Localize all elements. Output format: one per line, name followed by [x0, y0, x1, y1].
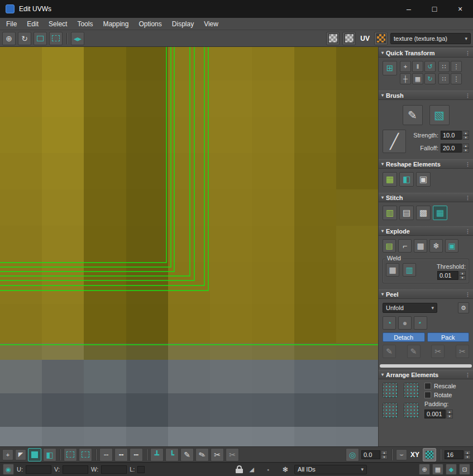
angle-input[interactable] — [361, 450, 380, 459]
paint-move-brush-button[interactable]: ✎ — [403, 105, 423, 125]
menu-display[interactable]: Display — [167, 18, 199, 30]
spin-up-icon[interactable]: ▴ — [462, 131, 469, 135]
spin-down-icon[interactable]: ▾ — [381, 455, 388, 459]
relax-button[interactable]: ▣ — [416, 172, 431, 187]
spin-up-icon[interactable]: ▴ — [462, 144, 469, 148]
menu-tools[interactable]: Tools — [72, 18, 98, 30]
align-to-edge-button[interactable]: ┻ — [150, 448, 164, 461]
uv-canvas[interactable] — [0, 47, 378, 446]
rollout-header-brush[interactable]: ▾ Brush ⋮ — [379, 91, 473, 100]
strength-input[interactable] — [441, 131, 462, 140]
distribute-horizontal-button[interactable]: ∷ — [438, 73, 450, 84]
edge-ring-button[interactable]: ╍ — [114, 448, 128, 461]
select-cursor-button[interactable]: ◤ — [15, 449, 26, 460]
pack-custom-button[interactable] — [404, 403, 419, 418]
rollout-header-stitch[interactable]: ▾ Stitch ⋮ — [379, 193, 473, 202]
rescale-elements-button[interactable] — [383, 403, 398, 418]
split-edge-button[interactable]: ✂ — [226, 448, 239, 461]
pan-view-button[interactable]: ⊕ — [419, 464, 430, 475]
maximize-button[interactable]: □ — [422, 0, 447, 18]
flatten-smoothing-button[interactable]: ▤ — [383, 239, 396, 253]
rollout-header-arrange[interactable]: ▾ Arrange Elements ⋮ — [379, 370, 473, 379]
face-sel-to-pelt-button[interactable]: ✂ — [456, 345, 469, 358]
snap-toggle-button[interactable]: ◆ — [446, 464, 457, 475]
flatten-custom-button[interactable]: ▣ — [445, 239, 458, 253]
typein-mode-button[interactable]: ◉ — [3, 464, 14, 475]
peel-options-button[interactable]: ⚙ — [458, 302, 469, 313]
spin-down-icon[interactable]: ▾ — [462, 135, 469, 140]
uv-channel-label[interactable]: UV — [359, 35, 371, 42]
relax-until-flat-button[interactable]: ◧ — [399, 172, 414, 187]
falloff-type-button[interactable]: ⌣ — [396, 449, 407, 460]
polygon-mode-button[interactable] — [28, 448, 41, 461]
reset-peel-button[interactable]: ● — [398, 316, 412, 330]
rotate-checkbox[interactable] — [424, 392, 431, 398]
spin-down-icon[interactable]: ▾ — [462, 148, 469, 153]
rotate-cw-button[interactable]: ↻ — [424, 73, 436, 84]
falloff-input[interactable] — [441, 144, 462, 153]
pack-together-button[interactable] — [404, 383, 419, 398]
menu-mapping[interactable]: Mapping — [98, 18, 133, 30]
close-button[interactable]: × — [447, 0, 473, 18]
grid-size-input[interactable] — [445, 450, 464, 459]
target-weld-button[interactable]: ▦ — [386, 263, 399, 277]
stitch-source-button[interactable]: ▩ — [416, 206, 431, 220]
straighten-selection-button[interactable]: ▦ — [383, 172, 397, 187]
detach-button[interactable]: Detach — [383, 332, 425, 342]
freeform-mode-button[interactable] — [49, 32, 63, 45]
quick-peel-button[interactable]: ◔ — [383, 316, 396, 330]
relax-brush-button[interactable]: ▧ — [429, 105, 450, 125]
threshold-input[interactable] — [437, 271, 458, 280]
show-map-button[interactable] — [342, 32, 356, 45]
align-vertical-button[interactable]: ‖ — [412, 61, 423, 72]
rollout-header-quick-transform[interactable]: ▾ Quick Transform ⋮ — [379, 48, 473, 58]
material-id-dropdown[interactable]: All IDs ▾ — [294, 465, 367, 474]
point-to-point-seam-button[interactable]: ✎ — [407, 345, 421, 358]
u-input[interactable] — [26, 465, 51, 474]
spin-up-icon[interactable]: ▴ — [381, 450, 388, 455]
spin-up-icon[interactable]: ▴ — [446, 410, 453, 414]
space-horizontal-button[interactable]: ∷ — [438, 61, 450, 72]
rollout-scrollbar[interactable] — [380, 364, 472, 368]
move-tool-button[interactable]: ⊕ — [2, 32, 16, 45]
grid-toggle-button[interactable]: ▦ — [432, 464, 443, 475]
align-to-corner-button[interactable]: ┗ — [165, 448, 179, 461]
pack-normalize-button[interactable] — [383, 383, 398, 398]
weld-selected-button[interactable]: ▥ — [403, 263, 416, 277]
stitch-average-button[interactable]: ▤ — [399, 206, 414, 220]
expand-selection-button[interactable] — [64, 448, 77, 461]
grid-plane-button[interactable] — [423, 448, 436, 461]
fill-mode-icon[interactable]: ◢ — [249, 466, 254, 473]
menu-view[interactable]: View — [199, 18, 223, 30]
menu-file[interactable]: File — [1, 18, 22, 30]
rollout-header-reshape[interactable]: ▾ Reshape Elements ⋮ — [379, 159, 473, 169]
paint-select-button[interactable]: ✎ — [180, 448, 194, 461]
v-input[interactable] — [63, 465, 88, 474]
edge-sel-to-seams-button[interactable]: ✂ — [431, 345, 445, 358]
menu-edit[interactable]: Edit — [22, 18, 44, 30]
checker-pattern-button[interactable] — [374, 32, 388, 45]
rollout-header-explode[interactable]: ▾ Explode ⋮ — [379, 226, 473, 236]
edge-loop-button[interactable]: ╌ — [99, 448, 113, 461]
stitch-target-button[interactable]: ▦ — [433, 206, 447, 220]
flatten-polygon-button[interactable]: ⌐ — [398, 239, 412, 253]
edit-seams-button[interactable]: ✎ — [383, 345, 396, 358]
lock-aspect-checkbox[interactable] — [137, 466, 145, 473]
distribute-vertical-button[interactable]: ⋮ — [451, 73, 462, 84]
peel-mode-dropdown[interactable]: Unfold ▾ — [383, 303, 437, 313]
spin-down-icon[interactable]: ▾ — [464, 455, 471, 459]
axis-label[interactable]: XY — [409, 451, 421, 459]
rollout-header-peel[interactable]: ▾ Peel ⋮ — [379, 289, 473, 299]
padding-input[interactable] — [424, 410, 446, 418]
align-to-grid-button[interactable]: ▦ — [412, 73, 423, 84]
relax-ring-button[interactable]: ◎ — [346, 448, 359, 461]
align-selection-button[interactable]: ⊞ — [383, 61, 397, 75]
zoom-region-button[interactable]: ⊡ — [459, 464, 470, 475]
rotate-ccw-button[interactable]: ↺ — [424, 61, 436, 72]
soft-selection-button[interactable]: + — [2, 449, 13, 460]
filter-freeze-icon[interactable]: ❄ — [282, 465, 288, 474]
spin-down-icon[interactable]: ▾ — [459, 275, 466, 280]
scale-tool-button[interactable] — [34, 32, 47, 45]
space-vertical-button[interactable]: ⋮ — [451, 61, 462, 72]
w-input[interactable] — [101, 465, 127, 474]
